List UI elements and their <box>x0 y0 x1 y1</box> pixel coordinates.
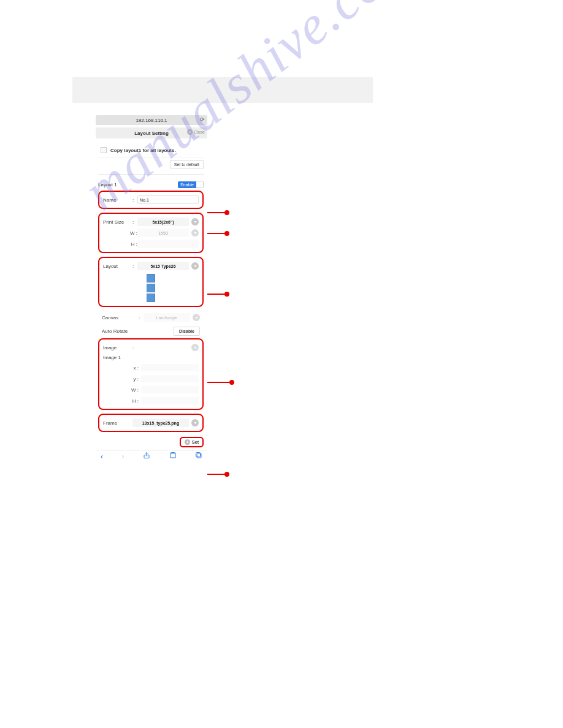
toggle-knob <box>196 181 204 188</box>
name-input[interactable]: No.1 <box>137 195 199 204</box>
h-label: H : <box>126 241 137 247</box>
preview-tile <box>147 284 155 292</box>
bookmark-icon[interactable] <box>169 452 177 461</box>
printsize-select[interactable]: 5x15(2x6") <box>137 218 189 226</box>
plus-icon: + <box>185 439 190 445</box>
image-y-label: y : <box>103 376 139 382</box>
title-bar: Layout Setting ✕ Close <box>96 127 207 138</box>
copy-layout-row: Copy layout1 for all layouts. <box>98 143 204 157</box>
close-icon: ✕ <box>187 129 193 135</box>
frame-section: Frame 10x15_type25.png <box>98 414 204 432</box>
image-w-input[interactable] <box>141 386 199 393</box>
disable-button[interactable]: Disable <box>174 327 200 336</box>
layout-name: Layout 1 <box>98 182 117 188</box>
printsize-label: Print Size <box>103 219 132 225</box>
image-x-label: x : <box>103 365 139 371</box>
canvas-value[interactable]: Landscape <box>144 313 190 322</box>
w-value[interactable]: 1550 <box>137 229 189 237</box>
callout-line <box>207 382 229 383</box>
layout-header-row: Layout 1 Enable <box>98 175 204 191</box>
layout-label: Layout <box>103 264 132 269</box>
callout-line <box>207 212 224 213</box>
callout-dot <box>224 210 229 215</box>
callout-dot <box>229 380 234 385</box>
chevron-down-icon[interactable] <box>191 262 199 270</box>
back-icon[interactable]: ‹ <box>101 452 103 461</box>
default-row: Set to default <box>98 157 204 175</box>
callout-line <box>207 233 224 234</box>
url-text: 192.168.110.1 <box>136 118 167 123</box>
close-label: Close <box>194 130 205 134</box>
callout-line <box>207 294 224 295</box>
callout-dot <box>224 292 229 297</box>
chevron-down-icon[interactable] <box>191 344 199 351</box>
image-h-input[interactable] <box>141 397 199 404</box>
phone-mockup: 192.168.110.1 ⟳ Layout Setting ✕ Close C… <box>96 115 207 462</box>
w-label: W : <box>126 230 137 236</box>
refresh-icon[interactable]: ⟳ <box>200 116 205 123</box>
name-section: Name : No.1 <box>98 191 204 209</box>
browser-tabbar: ‹ › <box>96 450 207 462</box>
copy-label: Copy layout1 for all layouts. <box>110 148 176 153</box>
preview-tile <box>147 294 155 302</box>
image-w-label: W : <box>103 387 139 393</box>
layout-select[interactable]: 5x15 Type26 <box>137 262 189 270</box>
chevron-down-icon[interactable] <box>191 218 199 226</box>
canvas-label: Canvas <box>102 315 139 320</box>
preview-tile <box>147 274 155 282</box>
set-button[interactable]: + Set <box>180 437 204 447</box>
image-y-input[interactable] <box>141 375 199 382</box>
chevron-down-icon[interactable] <box>193 314 200 321</box>
enable-toggle[interactable]: Enable <box>178 181 204 188</box>
set-row: + Set <box>98 436 204 450</box>
autorotate-label: Auto Rotate <box>102 328 139 334</box>
image-label: Image <box>103 345 132 351</box>
chevron-down-icon[interactable] <box>191 419 199 427</box>
close-button[interactable]: ✕ Close <box>187 129 205 135</box>
tabs-icon[interactable] <box>195 452 202 461</box>
canvas-row: Canvas : Landscape <box>98 311 204 324</box>
callout-dot <box>224 231 229 236</box>
forward-icon[interactable]: › <box>122 452 124 461</box>
header-gray-band <box>72 77 373 103</box>
autorotate-row: Auto Rotate Disable <box>98 324 204 338</box>
address-bar[interactable]: 192.168.110.1 ⟳ <box>96 115 207 125</box>
set-default-button[interactable]: Set to default <box>170 160 204 169</box>
name-label: Name <box>103 197 132 203</box>
frame-label: Frame <box>103 420 132 426</box>
h-value[interactable] <box>137 240 199 248</box>
print-size-section: Print Size : 5x15(2x6") W : 1550 H : <box>98 213 204 253</box>
callout-line <box>207 474 224 475</box>
image-subhead: Image 1 <box>103 353 199 362</box>
frame-select[interactable]: 10x15_type25.png <box>132 419 189 427</box>
enable-label: Enable <box>178 181 196 188</box>
layout-type-section: Layout : 5x15 Type26 <box>98 257 204 307</box>
image-h-label: H : <box>103 398 139 404</box>
image-x-input[interactable] <box>141 364 199 371</box>
image-section: Image : Image 1 x : y : W : H : <box>98 338 204 410</box>
share-icon[interactable] <box>143 452 150 461</box>
copy-checkbox[interactable] <box>101 147 107 153</box>
chevron-down-icon[interactable] <box>191 229 199 237</box>
callout-dot <box>224 472 229 477</box>
set-label: Set <box>192 440 199 444</box>
layout-preview <box>103 271 199 303</box>
